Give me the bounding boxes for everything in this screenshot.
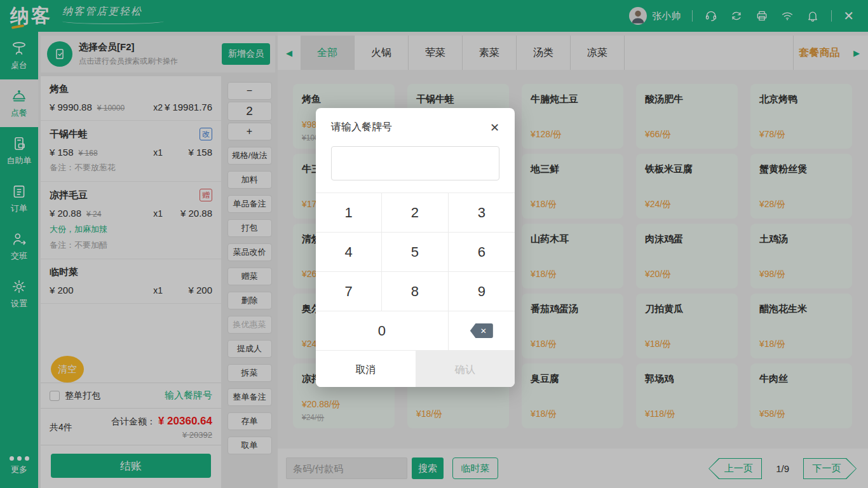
pos-app: 纳客 纳客管店更轻松 张小帅 <box>0 0 868 488</box>
numeric-keypad: 1 2 3 4 5 6 7 8 9 0 ✕ <box>316 193 515 351</box>
key-3[interactable]: 3 <box>449 193 515 233</box>
key-1[interactable]: 1 <box>316 193 382 233</box>
table-number-dialog: 请输入餐牌号 ✕ 1 2 3 4 5 6 7 8 9 0 ✕ 取消 确认 <box>316 108 515 387</box>
dialog-title: 请输入餐牌号 <box>331 121 392 134</box>
dialog-cancel-button[interactable]: 取消 <box>316 351 416 387</box>
dialog-close-icon[interactable]: ✕ <box>490 122 499 133</box>
key-4[interactable]: 4 <box>316 233 382 272</box>
key-0[interactable]: 0 <box>316 311 449 351</box>
dialog-confirm-button[interactable]: 确认 <box>416 351 515 387</box>
key-7[interactable]: 7 <box>316 272 382 311</box>
key-5[interactable]: 5 <box>382 233 448 272</box>
backspace-icon: ✕ <box>470 323 493 338</box>
key-backspace[interactable]: ✕ <box>449 311 515 351</box>
key-2[interactable]: 2 <box>382 193 448 233</box>
key-6[interactable]: 6 <box>449 233 515 272</box>
table-number-input[interactable] <box>331 146 499 180</box>
key-8[interactable]: 8 <box>382 272 448 311</box>
key-9[interactable]: 9 <box>449 272 515 311</box>
